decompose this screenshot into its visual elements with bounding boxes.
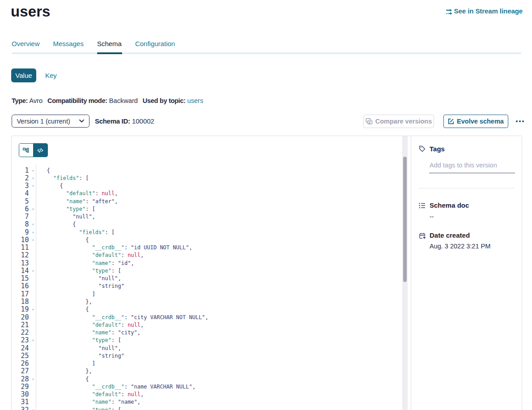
date-created-section-title: Date created xyxy=(430,231,470,239)
tree-view-icon xyxy=(23,148,29,153)
code-view-button[interactable] xyxy=(33,144,47,157)
meta-topic-label: Used by topic: xyxy=(143,97,186,104)
value-toggle-button[interactable]: Value xyxy=(11,68,36,82)
line-numbers: 1 2 3 4 5 6 7 8 9 10 11 12 13 14 15 16 1… xyxy=(12,167,29,410)
schema-id: Schema ID: 100002 xyxy=(95,117,154,125)
sidebar-divider xyxy=(418,188,515,188)
evolve-schema-button[interactable]: Evolve schema xyxy=(443,115,508,128)
collapse-triangle-icon[interactable] xyxy=(32,224,34,226)
more-options-button[interactable] xyxy=(514,115,526,128)
collapse-triangle-icon[interactable] xyxy=(32,209,34,210)
schema-id-value: 100002 xyxy=(132,117,154,125)
edit-icon xyxy=(448,118,454,124)
stream-lineage-icon xyxy=(446,9,453,15)
collapse-triangle-icon[interactable] xyxy=(32,309,34,311)
gutter-divider xyxy=(36,164,36,410)
lineage-link-label: See in Stream lineage xyxy=(454,7,523,15)
page-title: users xyxy=(11,3,51,20)
evolve-schema-label: Evolve schema xyxy=(457,118,504,125)
collapse-triangle-icon[interactable] xyxy=(32,178,34,179)
used-by-topic-link[interactable]: users xyxy=(187,97,204,104)
active-tab-underline xyxy=(97,52,122,54)
tags-section-title: Tags xyxy=(430,145,445,153)
meta-compat-label: Compatibility mode: xyxy=(47,97,107,104)
schema-id-label: Schema ID: xyxy=(95,117,130,125)
date-created-value: Aug. 3 2022 3:21 PM xyxy=(430,243,490,250)
version-select-value: Version 1 (current) xyxy=(17,118,70,125)
schema-doc-icon xyxy=(419,202,426,209)
collapse-triangle-icon[interactable] xyxy=(32,232,34,234)
view-mode-toggle xyxy=(19,143,48,157)
meta-compat-value: Backward xyxy=(109,97,138,104)
dot-icon xyxy=(519,120,521,122)
tab-track xyxy=(12,52,521,54)
meta-topic: Used by topic: users xyxy=(143,97,203,104)
see-in-stream-lineage-link[interactable]: See in Stream lineage xyxy=(446,7,523,15)
meta-type-label: Type: xyxy=(12,97,28,104)
date-created-icon xyxy=(419,232,426,239)
pane-divider xyxy=(411,136,411,410)
meta-type-value: Avro xyxy=(29,97,43,104)
collapse-triangle-icon[interactable] xyxy=(32,379,34,380)
meta-compat: Compatibility mode: Backward xyxy=(47,97,138,104)
collapse-triangle-icon[interactable] xyxy=(32,340,34,342)
dot-icon xyxy=(522,120,524,122)
schema-json-code: { "fields": [ { "default": null, "name":… xyxy=(47,167,209,410)
schema-doc-value: -- xyxy=(430,213,434,220)
tab-schema[interactable]: Schema xyxy=(97,40,122,47)
collapse-triangle-icon[interactable] xyxy=(32,270,34,272)
code-view-icon xyxy=(37,148,43,153)
collapse-triangle-icon[interactable] xyxy=(32,239,34,241)
dot-icon xyxy=(516,120,518,122)
tree-view-button[interactable] xyxy=(19,144,33,157)
compare-versions-label: Compare versions xyxy=(375,118,432,125)
add-tags-input[interactable] xyxy=(429,161,515,173)
tag-icon xyxy=(419,145,426,152)
tab-configuration[interactable]: Configuration xyxy=(135,40,175,47)
collapse-triangle-icon[interactable] xyxy=(32,185,34,187)
scrollbar-thumb[interactable] xyxy=(403,157,407,282)
tab-messages[interactable]: Messages xyxy=(53,40,84,47)
schema-meta-row: Type: Avro Compatibility mode: Backward … xyxy=(12,97,208,104)
collapse-triangle-icon[interactable] xyxy=(32,170,34,172)
compare-icon xyxy=(366,118,373,125)
meta-type: Type: Avro xyxy=(12,97,43,104)
compare-versions-button[interactable]: Compare versions xyxy=(363,115,434,128)
version-select[interactable]: Version 1 (current) xyxy=(12,115,89,128)
schema-doc-section-title: Schema doc xyxy=(430,201,469,209)
tab-bar: Overview Messages Schema Configuration xyxy=(12,40,175,47)
chevron-down-icon xyxy=(79,120,84,123)
key-toggle-button[interactable]: Key xyxy=(42,68,60,82)
tab-overview[interactable]: Overview xyxy=(12,40,40,47)
